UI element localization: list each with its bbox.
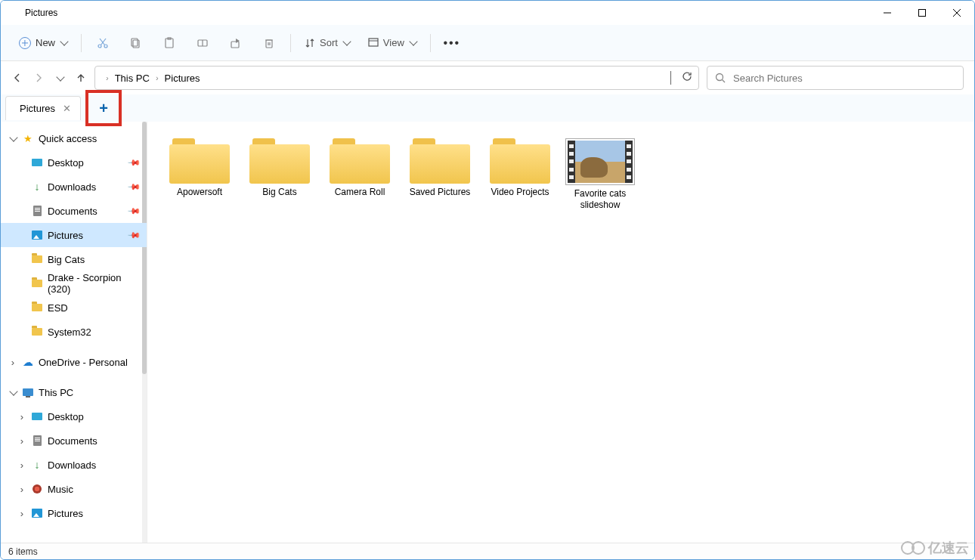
forward-button[interactable] [32,72,45,84]
titlebar: Pictures [1,1,974,25]
navigation-pane: ★ Quick access Desktop📌↓Downloads📌Docume… [1,122,147,543]
video-thumbnail [565,138,635,185]
svg-point-5 [104,45,107,48]
svg-rect-19 [369,39,378,46]
item-label: Camera Roll [335,187,385,198]
more-button[interactable]: ••• [437,29,467,57]
paste-button[interactable] [154,29,184,57]
tabs-row: Pictures ✕ + [1,94,974,122]
share-button[interactable] [221,29,251,57]
sidebar-item-music[interactable]: ›Music [1,477,147,501]
video-item-favorite-cats-slideshow[interactable]: Favorite cats slideshow [563,135,637,214]
chevron-right-icon[interactable]: › [17,436,26,445]
delete-button[interactable] [254,29,284,57]
sidebar-item-label: Desktop [48,157,84,169]
sidebar-item-documents[interactable]: ›Documents [1,429,147,453]
pc-icon [22,386,34,398]
sidebar-item-label: Downloads [48,459,96,471]
item-label: Favorite cats slideshow [566,188,634,211]
chevron-right-icon[interactable]: › [17,460,26,469]
app-icon [7,7,19,19]
maximize-button[interactable] [905,1,939,25]
tab-pictures[interactable]: Pictures ✕ [5,96,81,120]
recent-dropdown[interactable] [54,72,66,84]
svg-line-7 [100,39,105,45]
sidebar-item-label: Downloads [48,181,96,193]
sidebar-label: OneDrive - Personal [39,357,128,368]
address-dropdown[interactable] [669,71,671,85]
pictures-icon [31,507,43,519]
refresh-button[interactable] [682,71,692,85]
close-button[interactable] [939,1,974,25]
cloud-icon: ☁ [22,356,34,368]
folder-item-video-projects[interactable]: Video Projects [483,135,557,214]
sidebar-item-label: ESD [48,302,68,314]
folder-item-big-cats[interactable]: Big Cats [243,135,317,214]
sidebar-onedrive[interactable]: › ☁ OneDrive - Personal [1,350,147,374]
search-box[interactable] [707,66,964,90]
sidebar-item-downloads[interactable]: ›↓Downloads [1,453,147,477]
sidebar-item-pictures[interactable]: ›Pictures [1,501,147,525]
copy-button[interactable] [121,29,151,57]
cut-button[interactable] [88,29,118,57]
rename-button[interactable] [187,29,218,57]
sidebar-quick-access[interactable]: ★ Quick access [1,126,147,150]
minimize-button[interactable] [870,1,905,25]
item-label: Video Projects [491,187,549,198]
document-icon [31,205,43,217]
up-button[interactable] [75,72,87,84]
sidebar-this-pc[interactable]: This PC [1,380,147,404]
chevron-right-icon[interactable]: › [8,357,17,367]
chevron-right-icon[interactable]: › [17,509,26,518]
back-button[interactable] [11,72,23,84]
folder-icon [490,138,550,184]
download-icon: ↓ [31,181,43,193]
view-icon [368,38,379,48]
folder-icon [31,302,43,314]
download-icon: ↓ [31,459,43,471]
breadcrumb-this-pc[interactable]: This PC [113,71,151,85]
sidebar-label: This PC [39,387,73,398]
chevron-right-icon[interactable]: › [17,412,26,421]
tab-close-button[interactable]: ✕ [61,103,73,114]
sidebar-item-desktop[interactable]: Desktop📌 [1,150,147,175]
folder-item-camera-roll[interactable]: Camera Roll [323,135,397,214]
chevron-down-icon[interactable] [8,388,17,397]
chevron-down-icon[interactable] [8,134,17,143]
tab-label: Pictures [20,103,55,114]
desktop-icon [31,410,43,422]
sidebar-item-desktop[interactable]: ›Desktop [1,404,147,429]
folder-icon [249,138,310,184]
sidebar-item-esd[interactable]: ESD [1,295,147,320]
folder-item-apowersoft[interactable]: Apowersoft [162,135,237,214]
folder-icon [169,138,230,184]
sidebar-item-system32[interactable]: System32 [1,320,147,344]
sort-button[interactable]: Sort [297,29,358,57]
pin-icon: 📌 [126,203,141,218]
chevron-right-icon[interactable]: › [17,484,26,493]
status-bar: 6 items [1,543,974,559]
sidebar-item-documents[interactable]: Documents📌 [1,199,147,223]
sidebar-item-label: Documents [48,206,98,217]
breadcrumb-pictures[interactable]: Pictures [163,71,202,85]
new-button[interactable]: New [11,29,75,57]
svg-point-21 [717,74,723,81]
chevron-down-icon [409,37,417,45]
pin-icon: 📌 [126,227,141,242]
search-input[interactable] [733,73,955,84]
folder-icon [410,138,470,184]
sidebar-label: Quick access [39,133,97,144]
address-bar[interactable]: › This PC › Pictures [94,66,699,90]
folder-item-saved-pictures[interactable]: Saved Pictures [403,135,477,214]
sidebar-item-downloads[interactable]: ↓Downloads📌 [1,175,147,199]
explorer-window: Pictures New Sort View [0,0,975,560]
sidebar-item-pictures[interactable]: Pictures📌 [1,223,147,247]
view-button[interactable]: View [361,29,424,57]
sidebar-item-drake-scorpion-320-[interactable]: Drake - Scorpion (320) [1,271,147,295]
new-tab-button[interactable]: + [99,100,108,117]
sidebar-item-big-cats[interactable]: Big Cats [1,247,147,271]
music-icon [31,483,43,495]
desktop-icon [31,156,43,169]
content-pane[interactable]: ApowersoftBig CatsCamera RollSaved Pictu… [147,122,974,543]
svg-rect-14 [231,42,239,48]
